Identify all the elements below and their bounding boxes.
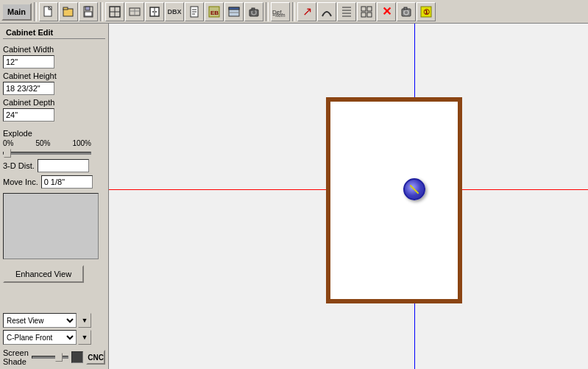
main-menu-button[interactable]: Main: [1, 3, 32, 21]
item-icon: [228, 6, 240, 18]
delete-button[interactable]: ✕: [377, 2, 396, 21]
delete-icon: ✕: [382, 6, 392, 18]
canvas-area[interactable]: [109, 24, 588, 369]
dist-3d-label: 3-D Dist.: [3, 161, 35, 170]
svg-rect-42: [404, 7, 407, 10]
explode-labels: 0% 50% 100%: [3, 139, 91, 147]
cabinet-icon: [149, 6, 160, 18]
grid-icon: [361, 6, 372, 18]
dbx-icon: DBX: [168, 8, 182, 15]
cabinet-height-label: Cabinet Height: [3, 71, 105, 80]
svg-text:+Item: +Item: [272, 13, 286, 18]
svg-point-16: [152, 11, 154, 13]
open-icon: [63, 6, 74, 18]
shade-slider[interactable]: [32, 356, 68, 359]
save-icon: [82, 6, 94, 18]
dist-3d-input[interactable]: [38, 159, 89, 172]
svg-rect-39: [367, 13, 372, 17]
snapshot-button[interactable]: [397, 2, 416, 21]
arc-button[interactable]: [317, 2, 336, 21]
left-panel: Cabinet Edit Cabinet Width Cabinet Heigh…: [0, 24, 109, 369]
shade-preview: [71, 351, 83, 363]
svg-rect-29: [252, 8, 255, 10]
svg-text:EB: EB: [210, 10, 219, 16]
camera-icon: [248, 6, 260, 18]
main-layout: Cabinet Edit Cabinet Width Cabinet Heigh…: [0, 24, 588, 369]
eb-button[interactable]: EB: [205, 2, 224, 21]
dist-3d-row: 3-D Dist.: [3, 159, 105, 172]
cabinet-depth-input[interactable]: [3, 108, 54, 122]
floor-plan-button[interactable]: [105, 2, 124, 21]
svg-rect-37: [367, 7, 372, 11]
explode-0-label: 0%: [3, 139, 13, 147]
reset-view-select[interactable]: Reset View: [3, 313, 77, 328]
dbx-button[interactable]: DBX: [165, 2, 184, 21]
cabinet-width-label: Cabinet Width: [3, 45, 105, 54]
wall-icon: [129, 6, 141, 18]
toolbar-separator-1: [34, 2, 37, 21]
def-item-icon: Def.+Item: [272, 6, 289, 18]
cabinet-button[interactable]: [145, 2, 164, 21]
move-inc-row: Move Inc.: [3, 175, 105, 189]
screen-shade-label: Screen Shade: [3, 348, 29, 366]
toolbar-separator-2: [100, 2, 103, 21]
eb-icon: EB: [208, 6, 220, 18]
panel-title: Cabinet Edit: [3, 27, 105, 39]
cplane-arrow[interactable]: ▼: [78, 330, 91, 345]
open-button[interactable]: [59, 2, 78, 21]
cabinet-height-input[interactable]: [3, 82, 54, 95]
explode-slider[interactable]: [3, 152, 91, 155]
move-inc-label: Move Inc.: [3, 178, 38, 186]
cplane-row: C-Plane Front ▼: [3, 330, 105, 345]
new-button[interactable]: [39, 2, 58, 21]
snapshot-icon: [400, 6, 412, 18]
floor-plan-icon: [109, 6, 121, 18]
explode-section: Explode 0% 50% 100%: [3, 126, 105, 156]
hatch-button[interactable]: [337, 2, 356, 21]
svg-rect-4: [63, 7, 68, 10]
svg-rect-38: [361, 13, 366, 17]
cabinet-frame: [326, 97, 462, 303]
reset-view-arrow[interactable]: ▼: [78, 313, 91, 328]
explode-label: Explode: [3, 129, 105, 138]
arrow-icon: ↗: [302, 6, 312, 18]
svg-rect-7: [85, 12, 92, 16]
screen-shade-row: Screen Shade CNC: [3, 348, 105, 366]
svg-rect-6: [85, 7, 90, 10]
save-button[interactable]: [79, 2, 98, 21]
report-icon: [188, 6, 200, 18]
move-inc-input[interactable]: [41, 175, 93, 189]
cabinet-depth-label: Cabinet Depth: [3, 98, 105, 107]
counter-icon: ①: [420, 6, 432, 18]
item-button[interactable]: [224, 2, 244, 21]
toolbar: Main DBX EB Def.+Item ↗: [0, 0, 588, 24]
new-icon: [43, 6, 54, 18]
camera-button[interactable]: [244, 2, 263, 21]
cnc-button[interactable]: CNC: [86, 350, 105, 365]
arc-icon: [321, 6, 333, 18]
wall-button[interactable]: [125, 2, 144, 21]
report-button[interactable]: [185, 2, 204, 21]
enhanced-view-button[interactable]: Enhanced View: [3, 265, 84, 283]
reset-view-row: Reset View ▼: [3, 313, 105, 328]
counter-button[interactable]: ①: [417, 2, 436, 21]
explode-100-label: 100%: [72, 139, 91, 147]
svg-rect-25: [229, 7, 239, 10]
toolbar-separator-3: [266, 2, 269, 21]
def-item-button[interactable]: Def.+Item: [271, 2, 290, 21]
arrow-button[interactable]: ↗: [297, 2, 316, 21]
hatch-icon: [341, 6, 353, 18]
cplane-select[interactable]: C-Plane Front: [3, 330, 77, 345]
bottom-controls: Reset View ▼ C-Plane Front ▼ Screen Shad…: [3, 313, 105, 366]
grid-button[interactable]: [357, 2, 376, 21]
center-point: [403, 178, 425, 200]
preview-box: [3, 193, 99, 259]
svg-point-17: [155, 11, 157, 13]
cabinet-width-input[interactable]: [3, 55, 54, 68]
toolbar-separator-4: [292, 2, 295, 21]
svg-rect-36: [361, 7, 366, 11]
svg-text:①: ①: [423, 8, 430, 16]
explode-50-label: 50%: [35, 139, 50, 147]
